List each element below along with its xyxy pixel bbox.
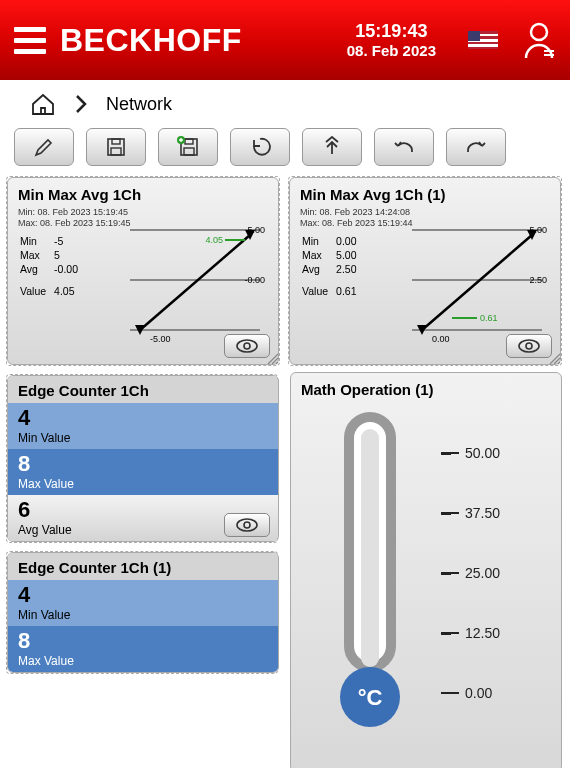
resize-handle-icon[interactable]	[548, 352, 562, 366]
panel-slot: Min Max Avg 1Ch Min: 08. Feb 2023 15:19:…	[6, 176, 280, 366]
edge-counter-panel-1[interactable]: Edge Counter 1Ch 4 Min Value 8 Max Value…	[7, 375, 279, 542]
breadcrumb-page[interactable]: Network	[106, 94, 172, 115]
svg-text:0.00: 0.00	[432, 334, 450, 344]
menu-button[interactable]	[14, 27, 46, 54]
panel-title: Edge Counter 1Ch (1)	[8, 553, 278, 580]
flag-icon[interactable]	[468, 31, 498, 49]
min-row: 4 Min Value	[8, 580, 278, 626]
view-button[interactable]	[506, 334, 552, 358]
svg-text:-5.00: -5.00	[150, 334, 171, 344]
thermometer-scale: 50.00 37.50 25.00 12.50 0.00	[441, 423, 500, 723]
resize-handle-icon[interactable]	[266, 352, 280, 366]
svg-rect-35	[361, 429, 379, 667]
svg-text:-0.00: -0.00	[244, 275, 265, 285]
sparkline-chart: 5.00 -0.00 -5.00 4.05	[110, 210, 270, 350]
max-row: 8 Max Value	[8, 449, 278, 495]
panel-slot: Edge Counter 1Ch 4 Min Value 8 Max Value…	[6, 374, 278, 543]
max-row: 8 Max Value	[8, 626, 278, 672]
chevron-right-icon	[74, 94, 88, 114]
svg-point-30	[519, 340, 539, 352]
math-operation-panel[interactable]: Math Operation (1) °C 50.00 37.50 25.00 …	[290, 372, 562, 768]
minmax-panel-2[interactable]: Min Max Avg 1Ch (1) Min: 08. Feb 2023 14…	[289, 177, 561, 365]
redo-button[interactable]	[446, 128, 506, 166]
svg-text:2.50: 2.50	[529, 275, 547, 285]
svg-point-32	[237, 519, 257, 531]
view-button[interactable]	[224, 334, 270, 358]
upload-button[interactable]	[302, 128, 362, 166]
svg-rect-8	[184, 148, 194, 155]
reset-button[interactable]	[230, 128, 290, 166]
home-icon[interactable]	[30, 92, 56, 116]
breadcrumb: Network	[0, 80, 570, 124]
svg-point-0	[531, 24, 547, 40]
minmax-panel-1[interactable]: Min Max Avg 1Ch Min: 08. Feb 2023 15:19:…	[7, 177, 279, 365]
svg-text:0.61: 0.61	[480, 313, 498, 323]
save-button[interactable]	[86, 128, 146, 166]
panel-title: Min Max Avg 1Ch	[8, 178, 278, 207]
svg-rect-5	[111, 148, 121, 155]
sparkline-chart: 5.00 2.50 0.00 0.61	[392, 210, 552, 350]
svg-point-19	[237, 340, 257, 352]
time-value: 15:19:43	[347, 21, 436, 42]
svg-text:4.05: 4.05	[205, 235, 223, 245]
undo-button[interactable]	[374, 128, 434, 166]
panel-slot: Edge Counter 1Ch (1) 4 Min Value 8 Max V…	[6, 551, 278, 674]
edit-button[interactable]	[14, 128, 74, 166]
save-plus-button[interactable]	[158, 128, 218, 166]
date-value: 08. Feb 2023	[347, 42, 436, 59]
svg-point-20	[244, 343, 250, 349]
svg-line-27	[422, 235, 532, 330]
min-row: 4 Min Value	[8, 403, 278, 449]
toolbar	[0, 124, 570, 176]
avg-row: 6 Avg Value	[8, 495, 278, 541]
panel-title: Min Max Avg 1Ch (1)	[290, 178, 560, 207]
svg-line-16	[140, 235, 250, 330]
edge-counter-panel-2[interactable]: Edge Counter 1Ch (1) 4 Min Value 8 Max V…	[7, 552, 279, 673]
brand-logo: BECKHOFF	[60, 22, 242, 59]
view-button[interactable]	[224, 513, 270, 537]
app-header: BECKHOFF 15:19:43 08. Feb 2023	[0, 0, 570, 80]
clock: 15:19:43 08. Feb 2023	[347, 21, 436, 59]
panel-title: Math Operation (1)	[291, 373, 561, 402]
panel-title: Edge Counter 1Ch	[8, 376, 278, 403]
panels-area: Min Max Avg 1Ch Min: 08. Feb 2023 15:19:…	[0, 176, 570, 768]
panel-slot: Min Max Avg 1Ch (1) Min: 08. Feb 2023 14…	[288, 176, 562, 366]
thermometer-icon: °C	[321, 407, 431, 727]
svg-point-33	[244, 522, 250, 528]
svg-text:°C: °C	[358, 685, 383, 710]
svg-point-31	[526, 343, 532, 349]
user-icon[interactable]	[522, 21, 556, 59]
